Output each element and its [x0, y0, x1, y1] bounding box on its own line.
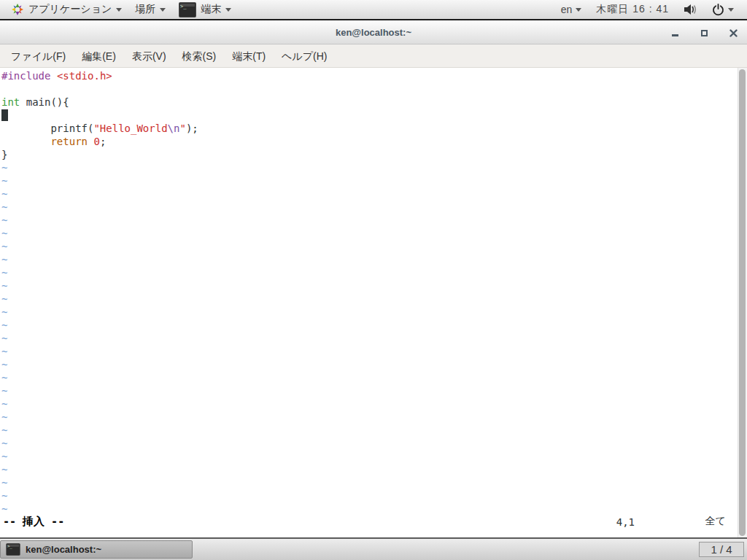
vim-tilde: ~ [1, 240, 747, 253]
top-panel: アプリケーション 場所 >_ 端末 en [0, 0, 747, 20]
vim-tilde: ~ [1, 371, 747, 384]
vim-tilde: ~ [1, 476, 747, 489]
panel-left: アプリケーション 場所 >_ 端末 [0, 0, 238, 19]
code-line: int main(){ [1, 96, 747, 109]
menubar-item[interactable]: 端末(T) [224, 44, 274, 68]
terminal-scrollbar[interactable] [738, 68, 747, 537]
vim-tilde: ~ [1, 424, 747, 437]
applications-icon [11, 3, 24, 16]
vim-tilde: ~ [1, 411, 747, 424]
window-controls [670, 20, 738, 44]
chevron-down-icon [728, 8, 734, 12]
vim-tilde: ~ [1, 345, 747, 358]
vim-tilde: ~ [1, 201, 747, 214]
chevron-down-icon [116, 8, 122, 12]
vim-tilde: ~ [1, 279, 747, 292]
vim-tilde: ~ [1, 502, 747, 516]
code-line: return 0; [1, 135, 747, 148]
speaker-icon [684, 4, 697, 15]
window-title: ken@localhost:~ [336, 27, 411, 38]
vim-tilde: ~ [1, 358, 747, 371]
clock-label: 木曜日 16 : 41 [596, 3, 669, 16]
power-menu[interactable] [708, 0, 738, 19]
volume-applet[interactable] [679, 0, 702, 19]
workspace-label: 1 / 4 [711, 543, 732, 556]
language-label: en [561, 4, 573, 15]
applications-menu[interactable]: アプリケーション [4, 0, 128, 19]
vim-tilde: ~ [1, 332, 747, 345]
bottom-taskbar: >_ ken@localhost:~ 1 / 4 [0, 537, 747, 560]
code-area: #include <stdio.h>int main(){ printf("He… [0, 68, 747, 516]
vim-tilde: ~ [1, 489, 747, 502]
desktop: アプリケーション 場所 >_ 端末 en [0, 0, 747, 560]
code-line [1, 109, 747, 122]
code-line [1, 82, 747, 96]
taskbar-window-button[interactable]: >_ ken@localhost:~ [0, 540, 193, 559]
vim-cursor-position: 4,1 [616, 516, 635, 528]
vim-tilde: ~ [1, 450, 747, 463]
vim-tilde: ~ [1, 384, 747, 397]
code-line: #include <stdio.h> [1, 69, 747, 82]
vim-tilde: ~ [1, 397, 747, 411]
vim-tilde: ~ [1, 292, 747, 306]
terminal-menubar: ファイル(F)編集(E)表示(V)検索(S)端末(T)ヘルプ(H) [0, 44, 747, 68]
scrollbar-thumb[interactable] [739, 69, 746, 536]
terminal-screen[interactable]: #include <stdio.h>int main(){ printf("He… [0, 68, 747, 537]
vim-scroll-indicator: 全て [705, 515, 726, 528]
terminal-app-menu-label: 端末 [201, 3, 221, 16]
vim-tilde: ~ [1, 266, 747, 279]
menubar-item[interactable]: ヘルプ(H) [274, 44, 335, 68]
maximize-icon [701, 30, 708, 36]
close-icon [729, 29, 738, 37]
places-menu[interactable]: 場所 [128, 0, 172, 19]
taskbar-window-label: ken@localhost:~ [26, 544, 101, 555]
workspace-switcher[interactable]: 1 / 4 [699, 542, 744, 557]
code-line: } [1, 148, 747, 161]
terminal-app-menu[interactable]: >_ 端末 [172, 0, 238, 19]
code-line: printf("Hello_World\n"); [1, 122, 747, 135]
vim-tilde: ~ [1, 174, 747, 187]
power-icon [712, 4, 724, 16]
menubar-item[interactable]: 検索(S) [174, 44, 225, 68]
language-indicator[interactable]: en [557, 0, 587, 19]
vim-tilde: ~ [1, 463, 747, 476]
terminal-icon: >_ [6, 543, 20, 556]
vim-block-cursor [1, 109, 8, 121]
chevron-down-icon [576, 8, 581, 12]
vim-mode-indicator: -- 挿入 -- [3, 515, 64, 529]
clock-applet[interactable]: 木曜日 16 : 41 [592, 0, 673, 19]
terminal-icon: >_ [179, 2, 196, 18]
minimize-button[interactable] [670, 27, 680, 37]
places-menu-label: 場所 [135, 3, 155, 16]
vim-tilde: ~ [1, 306, 747, 319]
applications-menu-label: アプリケーション [28, 3, 112, 16]
vim-tilde: ~ [1, 253, 747, 266]
close-button[interactable] [728, 27, 738, 37]
chevron-down-icon [225, 8, 231, 12]
chevron-down-icon [160, 8, 166, 12]
vim-tilde: ~ [1, 227, 747, 240]
window-titlebar[interactable]: ken@localhost:~ [0, 20, 747, 44]
panel-right: en 木曜日 16 : 41 [557, 0, 747, 19]
minimize-icon [672, 34, 678, 36]
svg-text:>_: >_ [7, 544, 12, 549]
svg-text:>_: >_ [180, 4, 187, 9]
menubar-item[interactable]: 表示(V) [124, 44, 174, 68]
vim-tilde: ~ [1, 319, 747, 332]
vim-tilde: ~ [1, 161, 747, 174]
maximize-button[interactable] [699, 27, 709, 37]
vim-tilde: ~ [1, 437, 747, 450]
menubar-item[interactable]: ファイル(F) [3, 44, 74, 68]
vim-tilde: ~ [1, 187, 747, 201]
vim-tilde: ~ [1, 214, 747, 227]
menubar-item[interactable]: 編集(E) [74, 44, 124, 68]
